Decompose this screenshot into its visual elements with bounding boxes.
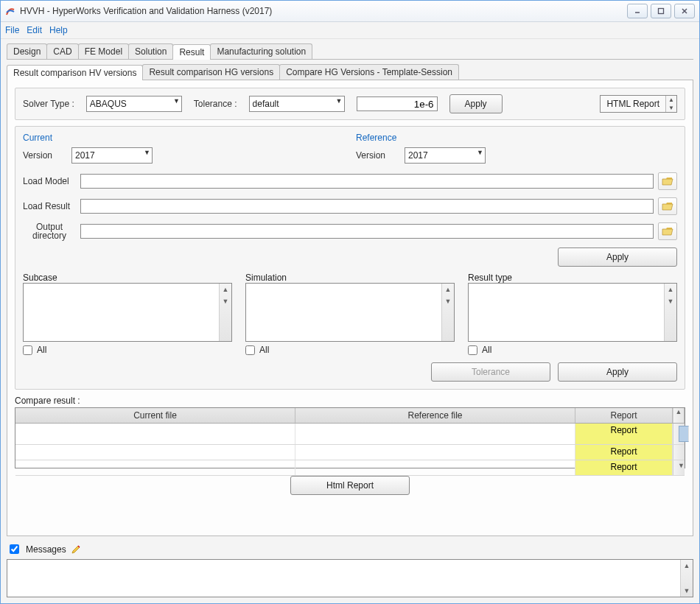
- messages-checkbox[interactable]: [10, 544, 19, 554]
- apply-button-top[interactable]: Apply: [449, 94, 503, 113]
- subcase-label: Subcase: [23, 273, 232, 283]
- table-row[interactable]: Report ▼: [15, 460, 685, 476]
- browse-model-button[interactable]: [658, 172, 677, 190]
- resulttype-list[interactable]: ▲▼: [468, 283, 677, 342]
- subcase-list[interactable]: ▲▼: [23, 283, 232, 342]
- solver-panel: Solver Type : ABAQUS ▼ Tolerance : defau…: [15, 88, 685, 120]
- load-model-input[interactable]: [80, 174, 654, 189]
- subcase-all-label: All: [37, 345, 46, 355]
- reference-version-combo[interactable]: 2017 ▼: [405, 147, 486, 164]
- subcase-block: Subcase ▲▼ All: [23, 273, 232, 355]
- load-result-label: Load Result: [23, 201, 76, 211]
- reference-legend: Reference: [356, 133, 677, 143]
- compare-table: Current file Reference file Report ▲ Rep…: [15, 407, 685, 468]
- apply-button-lists[interactable]: Apply: [558, 362, 677, 382]
- app-icon: [5, 6, 15, 16]
- tab-design[interactable]: Design: [7, 43, 47, 59]
- html-report-button[interactable]: Html Report: [290, 476, 410, 495]
- subcase-all-checkbox[interactable]: [23, 345, 32, 355]
- minimize-button[interactable]: [627, 4, 648, 18]
- menu-help[interactable]: Help: [49, 25, 68, 35]
- html-report-spinner[interactable]: HTML Report ▲▼: [600, 95, 677, 113]
- tab-fe-model[interactable]: FE Model: [78, 43, 129, 59]
- menu-edit[interactable]: Edit: [27, 25, 42, 35]
- current-section: Current Version 2017 ▼: [23, 133, 344, 164]
- tab-solution[interactable]: Solution: [128, 43, 173, 59]
- html-report-label: HTML Report: [601, 96, 665, 112]
- resulttype-all-label: All: [482, 345, 491, 355]
- tab-cad[interactable]: CAD: [46, 43, 78, 59]
- tab-manufacturing[interactable]: Manufacturing solution: [210, 43, 312, 59]
- subtab-template[interactable]: Compare HG Versions - Template-Session: [279, 64, 459, 80]
- folder-open-icon: [662, 176, 673, 186]
- messages-textarea[interactable]: ▲▼: [7, 559, 693, 597]
- scroll-down-icon[interactable]: ▼: [678, 462, 679, 469]
- reference-version-label: Version: [356, 150, 397, 161]
- client-area: Design CAD FE Model Solution Result Manu…: [1, 39, 699, 603]
- main-tabs: Design CAD FE Model Solution Result Manu…: [7, 43, 693, 60]
- table-row[interactable]: Report: [15, 445, 685, 460]
- window-title: HVVH - HyperWorks Verification and Valid…: [20, 6, 627, 16]
- chevron-down-icon: ▼: [477, 149, 483, 156]
- chevron-up-icon[interactable]: ▲: [666, 96, 676, 104]
- output-dir-input[interactable]: [80, 224, 654, 239]
- tolerance-label: Tolerance :: [194, 99, 237, 109]
- apply-button-files[interactable]: Apply: [558, 247, 677, 267]
- chevron-down-icon[interactable]: ▼: [666, 104, 676, 112]
- reference-version-value: 2017: [408, 150, 428, 161]
- col-reference-file[interactable]: Reference file: [295, 408, 575, 423]
- subtab-hg[interactable]: Result comparison HG versions: [142, 64, 280, 80]
- messages-section: Messages ▲▼: [7, 541, 693, 597]
- close-button[interactable]: [674, 4, 695, 18]
- tab-result[interactable]: Result: [172, 44, 211, 60]
- messages-label: Messages: [26, 544, 66, 555]
- load-model-label: Load Model: [23, 176, 76, 186]
- browse-result-button[interactable]: [658, 197, 677, 215]
- current-version-label: Version: [23, 150, 64, 161]
- resulttype-label: Result type: [468, 273, 677, 283]
- output-dir-label: Outputdirectory: [23, 222, 76, 240]
- simulation-label: Simulation: [245, 273, 455, 283]
- report-cell[interactable]: Report: [575, 424, 673, 444]
- menu-bar: File Edit Help: [1, 22, 699, 39]
- pencil-icon[interactable]: [71, 544, 81, 555]
- col-report[interactable]: Report: [575, 408, 673, 423]
- tab-body: Solver Type : ABAQUS ▼ Tolerance : defau…: [7, 80, 693, 536]
- solver-type-combo[interactable]: ABAQUS ▼: [86, 96, 182, 112]
- current-legend: Current: [23, 133, 344, 143]
- folder-open-icon: [662, 201, 673, 211]
- version-group: Current Version 2017 ▼ Reference Vers: [15, 126, 685, 390]
- browse-output-button[interactable]: [658, 222, 677, 240]
- simulation-all-label: All: [259, 345, 269, 355]
- current-version-combo[interactable]: 2017 ▼: [71, 147, 153, 164]
- current-version-value: 2017: [75, 150, 95, 161]
- tolerance-number-input[interactable]: [357, 96, 438, 111]
- tolerance-combo[interactable]: default ▼: [249, 96, 345, 112]
- tolerance-button[interactable]: Tolerance: [431, 362, 550, 382]
- load-result-input[interactable]: [80, 199, 654, 214]
- chevron-down-icon: ▼: [173, 97, 180, 105]
- report-cell[interactable]: Report: [575, 460, 673, 475]
- simulation-block: Simulation ▲▼ All: [245, 273, 455, 355]
- col-current-file[interactable]: Current file: [15, 408, 295, 423]
- report-cell[interactable]: Report: [575, 445, 673, 460]
- menu-file[interactable]: File: [5, 25, 19, 35]
- table-row[interactable]: Report: [15, 424, 685, 445]
- tolerance-value: default: [253, 99, 279, 109]
- compare-section: Compare result : Current file Reference …: [15, 396, 685, 495]
- app-window: HVVH - HyperWorks Verification and Valid…: [0, 0, 700, 604]
- resulttype-all-checkbox[interactable]: [468, 345, 477, 355]
- folder-open-icon: [662, 226, 673, 236]
- chevron-down-icon: ▼: [144, 149, 150, 156]
- sub-tabs: Result comparison HV versions Result com…: [7, 64, 693, 80]
- maximize-button[interactable]: [651, 4, 671, 18]
- title-bar: HVVH - HyperWorks Verification and Valid…: [1, 1, 699, 22]
- subtab-hv[interactable]: Result comparison HV versions: [7, 65, 143, 80]
- chevron-down-icon: ▼: [336, 97, 343, 105]
- compare-title: Compare result :: [15, 396, 685, 406]
- resulttype-block: Result type ▲▼ All: [468, 273, 677, 355]
- simulation-all-checkbox[interactable]: [245, 345, 255, 355]
- scroll-up-icon[interactable]: ▲: [673, 408, 684, 415]
- solver-type-label: Solver Type :: [23, 99, 74, 109]
- simulation-list[interactable]: ▲▼: [245, 283, 455, 342]
